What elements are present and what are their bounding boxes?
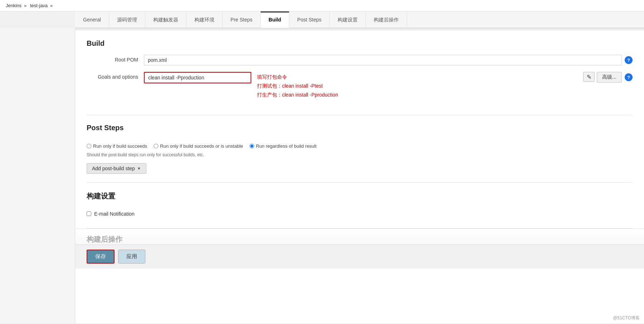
root-pom-field: ? — [144, 55, 633, 65]
annotation-line-1: 填写打包命令 — [257, 73, 338, 82]
goals-annotation: 填写打包命令 打测试包：clean install -Ptest 打生产包：cl… — [257, 73, 338, 100]
radio-success-or-unstable[interactable] — [154, 144, 158, 148]
email-notification-label: E-mail Notification — [94, 211, 135, 217]
build-settings-section: 构建设置 E-mail Notification — [75, 183, 644, 228]
root-pom-row: Root POM ? — [87, 55, 633, 65]
radio-label-3: Run regardless of build result — [256, 143, 316, 149]
email-notification-checkbox[interactable] — [87, 211, 91, 216]
tab-env[interactable]: 构建环境 — [187, 11, 223, 28]
advanced-controls: ✎ 高级... — [583, 72, 622, 83]
post-steps-section: Post Steps Run only if build succeeds Ru… — [75, 115, 644, 182]
tab-source[interactable]: 源码管理 — [109, 11, 145, 28]
advanced-button[interactable]: 高级... — [597, 72, 622, 83]
radio-label-1: Run only if build succeeds — [93, 143, 147, 149]
action-buttons: 保存 应用 — [75, 244, 644, 269]
radio-regardless[interactable] — [250, 144, 254, 148]
content-area: Build Root POM ? Goals and options 填写打包命… — [75, 28, 644, 323]
apply-button[interactable]: 应用 — [118, 250, 145, 264]
build-settings-title: 构建设置 — [87, 191, 633, 201]
goals-input[interactable] — [144, 72, 251, 83]
scroll-hint — [75, 28, 644, 31]
tab-build[interactable]: Build — [261, 11, 289, 28]
dropdown-arrow-icon: ▼ — [137, 166, 141, 171]
partial-post-build-title: 构建后操作 — [87, 235, 633, 244]
tab-post-steps[interactable]: Post Steps — [289, 11, 330, 28]
breadcrumb-jenkins[interactable]: Jenkins — [6, 3, 21, 8]
build-section-title: Build — [87, 39, 633, 48]
goals-options-label: Goals and options — [87, 72, 144, 80]
tab-bar: General 源码管理 构建触发器 构建环境 Pre Steps Build … — [75, 11, 644, 28]
goals-options-field-area: 填写打包命令 打测试包：clean install -Ptest 打生产包：cl… — [144, 72, 633, 100]
partial-post-build-section: 构建后操作 — [75, 229, 644, 244]
tab-post-build[interactable]: 构建后操作 — [366, 11, 407, 28]
annotation-line-2: 打测试包：clean install -Ptest — [257, 82, 338, 90]
post-steps-title: Post Steps — [87, 124, 633, 132]
root-pom-input[interactable] — [144, 55, 622, 65]
save-button[interactable]: 保存 — [87, 250, 115, 264]
goals-input-row: 填写打包命令 打测试包：clean install -Ptest 打生产包：cl… — [144, 72, 633, 100]
tab-general[interactable]: General — [75, 11, 109, 28]
build-section: Build Root POM ? Goals and options 填写打包命… — [75, 31, 644, 115]
breadcrumb: Jenkins ► test-java ► — [0, 0, 644, 11]
goals-help-icon[interactable]: ? — [625, 73, 633, 81]
breadcrumb-sep-1: ► — [24, 3, 28, 8]
radio-success-only[interactable] — [87, 144, 91, 148]
radio-option-2[interactable]: Run only if build succeeds or is unstabl… — [154, 143, 243, 149]
radio-label-2: Run only if build succeeds or is unstabl… — [160, 143, 243, 149]
breadcrumb-test-java[interactable]: test-java — [30, 3, 48, 8]
tab-pre-steps[interactable]: Pre Steps — [223, 11, 261, 28]
email-notification-row: E-mail Notification — [87, 208, 633, 220]
sidebar — [0, 28, 75, 323]
radio-option-3[interactable]: Run regardless of build result — [250, 143, 316, 149]
breadcrumb-sep-2: ► — [50, 3, 54, 8]
main-layout: Build Root POM ? Goals and options 填写打包命… — [0, 28, 644, 323]
radio-group: Run only if build succeeds Run only if b… — [87, 139, 633, 151]
edit-icon-button[interactable]: ✎ — [583, 72, 595, 82]
annotation-line-3: 打生产包：clean install -Pproduction — [257, 90, 338, 99]
watermark: @51CTO博客 — [613, 315, 640, 321]
add-step-label: Add post-build step — [92, 166, 135, 171]
root-pom-label: Root POM — [87, 55, 144, 63]
goals-options-row: Goals and options 填写打包命令 打测试包：clean inst… — [87, 72, 633, 100]
radio-option-1[interactable]: Run only if build succeeds — [87, 143, 147, 149]
tab-triggers[interactable]: 构建触发器 — [145, 11, 187, 28]
add-post-build-step-button[interactable]: Add post-build step ▼ — [87, 163, 146, 174]
post-steps-hint: Should the post-build steps run only for… — [87, 152, 633, 157]
root-pom-help-icon[interactable]: ? — [625, 56, 633, 64]
tab-build-settings[interactable]: 构建设置 — [330, 11, 366, 28]
